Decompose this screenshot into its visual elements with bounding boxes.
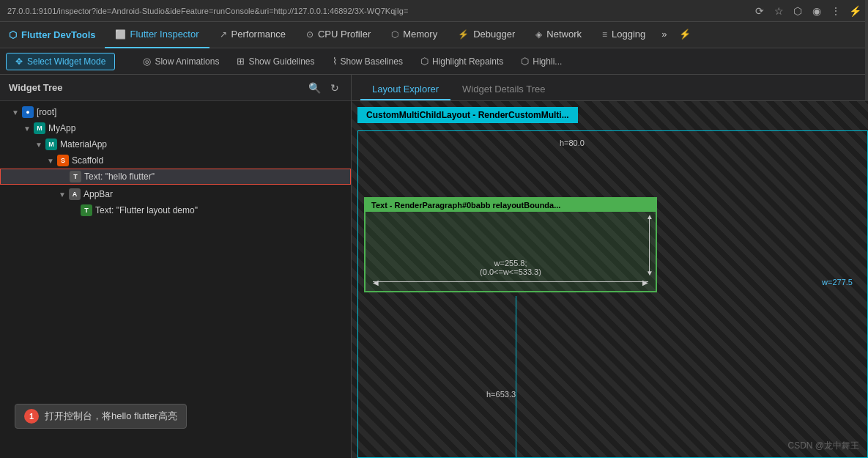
- logging-tab-icon: ≡: [602, 29, 607, 40]
- tab-logging[interactable]: ≡ Logging: [592, 22, 656, 48]
- tab-network[interactable]: ◈ Network: [525, 22, 592, 48]
- secondary-toolbar: ✥ Select Widget Mode ◎ Slow Animations ⊞…: [0, 48, 868, 75]
- widget-tree-content: ▼ ● [root] ▼ M MyApp ▼ M MaterialApp: [0, 101, 351, 458]
- browser-url: 27.0.0.1:9101/inspector?ide=Android-Stud…: [7, 7, 754, 15]
- root-icon: ●: [22, 106, 34, 118]
- node-title[interactable]: CustomMultiChildLayout - RenderCustomMul…: [357, 107, 578, 123]
- browser-bar: 27.0.0.1:9101/inspector?ide=Android-Stud…: [0, 0, 868, 22]
- reload-icon[interactable]: ⟳: [754, 5, 765, 17]
- tab-memory[interactable]: ⬡ Memory: [381, 22, 448, 48]
- repaints-icon: ⬡: [420, 56, 429, 67]
- layout-main-box: h=80.0 Text - RenderParagraph#0babb rela…: [357, 130, 868, 458]
- tab-performance[interactable]: ↗ Performance: [209, 22, 296, 48]
- dim-label-w-right: w=277.5: [822, 278, 853, 287]
- bookmark-icon[interactable]: ☆: [773, 5, 784, 17]
- annotation-badge: 1: [24, 409, 39, 424]
- tab-lightning[interactable]: ⚡: [673, 22, 697, 48]
- tree-item-materialapp[interactable]: ▼ M MaterialApp: [0, 136, 351, 152]
- right-panel-tabs: Layout Explorer Widget Details Tree: [352, 75, 868, 101]
- materialapp-icon: M: [45, 138, 57, 150]
- left-panel: Widget Tree 🔍 ↻ ▼ ● [root] ▼ M MyApp: [0, 75, 352, 458]
- network-tab-icon: ◈: [535, 29, 542, 40]
- inner-text-box[interactable]: Text - RenderParagraph#0babb relayoutBou…: [364, 197, 657, 292]
- w-label: w=255.8; (0.0<=w<=533.3): [480, 259, 541, 276]
- watermark: CSDN @龙中舞王: [787, 440, 859, 452]
- right-panel: Layout Explorer Widget Details Tree Cust…: [352, 75, 868, 458]
- browser-icons: ⟳ ☆ ⬡ ◉ ⋮ ⚡: [754, 5, 861, 17]
- profile-icon[interactable]: ◉: [811, 5, 823, 17]
- tree-item-text-hello[interactable]: T Text: "hello flutter": [0, 169, 351, 185]
- show-guidelines-button[interactable]: ⊞ Show Guidelines: [229, 53, 322, 70]
- guidelines-icon: ⊞: [237, 56, 245, 67]
- dim-label-h-top: h=80.0: [560, 138, 585, 147]
- main-toolbar: ⬡ Flutter DevTools ⬜ Flutter Inspector ↗…: [0, 22, 868, 48]
- tab-debugger[interactable]: ⚡ Debugger: [448, 22, 525, 48]
- myapp-icon: M: [34, 122, 45, 134]
- extension-icon[interactable]: ⬡: [792, 5, 804, 17]
- layout-canvas: CustomMultiChildLayout - RenderCustomMul…: [352, 101, 868, 458]
- refresh-icon[interactable]: ↻: [327, 81, 342, 95]
- tab-flutter-inspector[interactable]: ⬜ Flutter Inspector: [105, 22, 209, 48]
- annotation-tooltip: 1 打开控制台，将hello flutter高亮: [15, 404, 187, 429]
- flutter-icon: ⬡: [9, 29, 17, 40]
- menu-icon[interactable]: ⋮: [830, 5, 842, 17]
- tree-item-scaffold[interactable]: ▼ S Scaffold: [0, 152, 351, 169]
- baselines-icon: ⌇: [333, 56, 337, 67]
- memory-tab-icon: ⬡: [391, 29, 398, 40]
- main-content: Widget Tree 🔍 ↻ ▼ ● [root] ▼ M MyApp: [0, 75, 868, 458]
- select-widget-button[interactable]: ✥ Select Widget Mode: [6, 53, 115, 70]
- dim-label-h-bottom: h=653.3: [486, 390, 516, 399]
- search-icon[interactable]: 🔍: [307, 81, 322, 95]
- highlight-overflow-button[interactable]: ⬡ Highli...: [513, 53, 569, 70]
- scaffold-icon: S: [57, 155, 69, 166]
- show-baselines-button[interactable]: ⌇ Show Baselines: [325, 53, 410, 70]
- center-vertical-line: [516, 296, 516, 457]
- tab-widget-details[interactable]: Widget Details Tree: [450, 79, 557, 100]
- app-title: ⬡ Flutter DevTools: [6, 29, 105, 40]
- height-arrow-v: ▲ ▼: [649, 217, 650, 273]
- widget-tree-header: Widget Tree 🔍 ↻: [0, 75, 351, 101]
- slow-animations-button[interactable]: ◎ Slow Animations: [136, 53, 226, 70]
- overflow-btn-icon: ⬡: [521, 56, 529, 67]
- debugger-tab-icon: ⚡: [458, 29, 469, 40]
- tab-layout-explorer[interactable]: Layout Explorer: [360, 79, 450, 100]
- width-arrow-line: ◀ ▶: [373, 281, 648, 282]
- performance-tab-icon: ↗: [220, 29, 227, 40]
- tree-item-appbar[interactable]: ▼ A AppBar: [0, 186, 351, 202]
- slow-anim-icon: ◎: [143, 56, 151, 67]
- text-hello-icon: T: [70, 171, 81, 182]
- tree-item-root[interactable]: ▼ ● [root]: [0, 104, 351, 120]
- annotation-text: 打开控制台，将hello flutter高亮: [45, 410, 177, 423]
- cpu-tab-icon: ⊙: [306, 29, 314, 40]
- widget-tree-title: Widget Tree: [9, 82, 301, 93]
- tree-item-myapp[interactable]: ▼ M MyApp: [0, 120, 351, 136]
- lightning-icon[interactable]: ⚡: [849, 5, 861, 17]
- inspector-tab-icon: ⬜: [115, 29, 126, 40]
- appbar-icon: A: [69, 188, 81, 200]
- select-widget-icon: ✥: [15, 56, 23, 67]
- highlight-repaints-button[interactable]: ⬡ Highlight Repaints: [413, 53, 511, 70]
- inner-box-title: Text - RenderParagraph#0babb relayoutBou…: [366, 199, 656, 212]
- tab-cpu-profiler[interactable]: ⊙ CPU Profiler: [296, 22, 381, 48]
- text-layout-icon: T: [81, 204, 92, 216]
- tab-overflow[interactable]: »: [656, 22, 672, 48]
- tree-item-text-layout[interactable]: T Text: "Flutter layout demo": [0, 202, 351, 218]
